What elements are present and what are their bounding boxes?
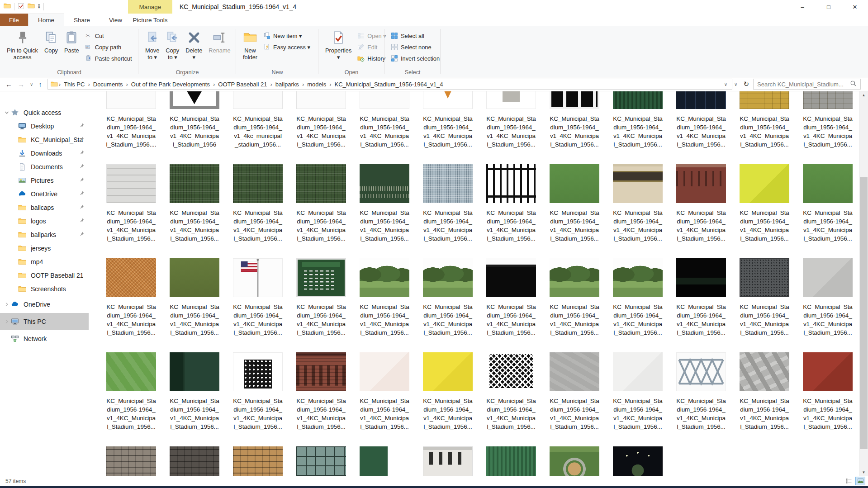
tab-file[interactable]: File <box>0 14 28 26</box>
file-thumbnail[interactable] <box>296 258 346 297</box>
file-thumbnail[interactable] <box>106 352 156 391</box>
edit-button[interactable]: Edit <box>357 42 386 52</box>
file-item[interactable]: KC_Municipal_Stadium_1956-1964_v1_4KC_Mu… <box>353 164 416 243</box>
tab-picture-tools[interactable]: Picture Tools <box>128 14 172 26</box>
forward-icon[interactable]: → <box>18 81 24 88</box>
file-thumbnail[interactable] <box>233 258 283 297</box>
file-thumbnail[interactable] <box>486 446 536 476</box>
folder-icon[interactable] <box>28 2 35 11</box>
file-item[interactable]: KC_Municipal_Stadium_1956-1964_v1_4KC_Mu… <box>606 91 669 149</box>
file-item[interactable]: KC_Municipal_Stadium_1956-1964_v1_4KC_Mu… <box>163 258 226 337</box>
file-item[interactable]: KC_Municipal_Stadium_1956-1964_v1_4KC_Mu… <box>289 258 353 337</box>
up-icon[interactable]: ↑ <box>38 81 42 88</box>
history-button[interactable]: History <box>357 53 386 63</box>
file-item[interactable]: KC_Municipal_Stadium_1956-1964_v1_4KC_Mu… <box>733 352 796 431</box>
sidebar-item-ootp-baseball-21[interactable]: OOTP Baseball 21 <box>0 269 89 282</box>
check-icon[interactable] <box>18 3 24 11</box>
file-thumbnail[interactable] <box>296 91 346 109</box>
file-thumbnail[interactable] <box>486 352 536 391</box>
file-item[interactable]: KC_Municipal_Stadium_1956-1964_v1_4KC_Mu… <box>226 258 289 337</box>
file-item[interactable]: KC_Municipal_Stadium_1956-1964_v1_4KC_Mu… <box>226 352 289 431</box>
file-item[interactable]: KC_Municipal_Stadium_1956-1964_v1_4KC_Mu… <box>669 91 733 149</box>
file-thumbnail[interactable] <box>740 91 789 109</box>
file-thumbnail[interactable] <box>106 91 156 109</box>
file-thumbnail[interactable] <box>360 352 409 391</box>
maximize-button[interactable]: □ <box>816 0 842 14</box>
file-item[interactable]: KC_Municipal_Stadium_1956-1964_v1_4KC_Mu… <box>543 446 606 476</box>
minimize-button[interactable]: – <box>789 0 816 14</box>
file-item[interactable]: KC_Municipal_Stadium_1956-1964_v1_4KC_Mu… <box>479 164 543 243</box>
breadcrumb-item[interactable]: This PC <box>61 81 88 88</box>
file-thumbnail[interactable] <box>233 352 283 391</box>
file-thumbnail[interactable] <box>803 258 853 297</box>
cut-button[interactable]: ✂ Cut <box>85 31 132 41</box>
easy-access-button[interactable]: Easy access ▾ <box>263 42 310 52</box>
select-all-button[interactable]: Select all <box>391 31 440 41</box>
file-item[interactable]: KC_Municipal_Stadium_1956-1964_v1_4KC_Mu… <box>353 91 416 149</box>
file-thumbnail[interactable] <box>613 91 663 109</box>
file-thumbnail[interactable] <box>740 258 789 297</box>
file-item[interactable]: KC_Municipal_Stadium_1956-1964_v1_4KC_Mu… <box>543 91 606 149</box>
file-item[interactable]: KC_Municipal_Stadium_1956-1964_v1_4KC_Mu… <box>543 352 606 431</box>
file-item[interactable]: KC_Municipal_Stadium_1956-1964_v1_4KC_Mu… <box>796 91 859 149</box>
file-item[interactable]: KC_Municipal_Stadium_1956-1964_v1_4KC_Mu… <box>479 91 543 149</box>
file-thumbnail[interactable] <box>613 352 663 391</box>
file-thumbnail[interactable] <box>803 91 853 109</box>
file-thumbnail[interactable] <box>360 91 409 109</box>
file-thumbnail[interactable] <box>803 164 853 203</box>
sidebar-item-screenshots[interactable]: Screenshots <box>0 282 89 296</box>
pin-button[interactable]: Pin to Quickaccess <box>4 28 41 67</box>
file-item[interactable]: KC_Municipal_Stadium_1956-1964_v1_4KC_Mu… <box>606 164 669 243</box>
file-thumbnail[interactable] <box>360 446 409 476</box>
file-item[interactable]: KC_Municipal_Stadium_1956-1964_v1_4KC_Mu… <box>669 258 733 337</box>
file-item[interactable]: KC_Municipal_Stadium_1956-1964_v1_4KC_Mu… <box>543 164 606 243</box>
paste-shortcut-button[interactable]: Paste shortcut <box>85 53 132 63</box>
breadcrumb-item[interactable]: OOTP Baseball 21 <box>215 81 270 88</box>
file-item[interactable]: KC_Municipal_Stadium_1956-1964_v1_4KC_Mu… <box>289 446 353 476</box>
file-thumbnail[interactable] <box>106 164 156 203</box>
file-item[interactable]: KC_Municipal_Stadium_1956-1964_v1_4KC_Mu… <box>416 164 479 243</box>
copy-to-button[interactable]: Copyto ▾ <box>162 28 182 67</box>
address-dropdown-icon[interactable]: ∨ <box>732 82 739 87</box>
file-thumbnail[interactable] <box>233 91 283 109</box>
file-thumbnail[interactable] <box>550 164 599 203</box>
close-button[interactable]: ✕ <box>842 0 868 14</box>
sidebar-item-kc-municipal-sta[interactable]: KC_Municipal_Sta <box>0 133 89 147</box>
file-item[interactable]: KC_Municipal_Stadium_1956-1964_v1_4KC_Mu… <box>100 446 163 476</box>
expand-chevron-icon[interactable] <box>3 318 11 325</box>
file-thumbnail[interactable] <box>613 446 663 476</box>
file-item[interactable]: KC_Municipal_Stadium_1956-1964_v1_4KC_Mu… <box>606 352 669 431</box>
refresh-icon[interactable]: ↻ <box>739 80 753 88</box>
file-item[interactable]: KC_Municipal_Stadium_1956-1964_v1_4KC_Mu… <box>669 352 733 431</box>
folder-icon[interactable] <box>4 2 11 11</box>
sidebar-item-desktop[interactable]: Desktop <box>0 119 89 133</box>
expand-chevron-icon[interactable] <box>3 301 11 308</box>
file-thumbnail[interactable] <box>423 446 473 476</box>
search-input[interactable]: Search KC_Municipal_Stadium... <box>753 79 861 90</box>
file-item[interactable]: KC_Municipal_Stadium_1956-1964_v1_4KC_Mu… <box>416 352 479 431</box>
back-icon[interactable]: ← <box>5 81 12 88</box>
breadcrumb-item[interactable]: ballparks <box>272 81 302 88</box>
file-thumbnail[interactable] <box>106 446 156 476</box>
breadcrumb[interactable]: ›This PC›Documents›Out of the Park Devel… <box>47 79 732 90</box>
file-thumbnail[interactable] <box>296 352 346 391</box>
breadcrumb-item[interactable]: Documents <box>90 81 126 88</box>
file-thumbnail[interactable] <box>676 258 726 297</box>
rename-button[interactable]: Rename <box>205 28 233 67</box>
tab-share[interactable]: Share <box>64 14 100 26</box>
file-item[interactable]: KC_Municipal_Stadium_1956-1964_v1_4KC_Mu… <box>100 164 163 243</box>
file-item[interactable]: KC_Municipal_Stadium_1956-1964_v1_4KC_Mu… <box>289 164 353 243</box>
file-thumbnail[interactable] <box>740 164 789 203</box>
file-thumbnail[interactable] <box>423 258 473 297</box>
file-item[interactable]: KC_Municipal_Stadium_1956-1964_v1_4KC_Mu… <box>606 446 669 476</box>
file-item[interactable]: KC_Municipal_Stadium_1956-1964_v1_4KC_Mu… <box>100 91 163 149</box>
file-item[interactable]: KC_Municipal_Stadium_1956-1964_v1_4KC_Mu… <box>606 258 669 337</box>
file-thumbnail[interactable] <box>613 258 663 297</box>
vertical-scrollbar[interactable]: ▲ ▼ <box>859 91 868 476</box>
breadcrumb-item[interactable]: KC_Municipal_Stadium_1956-1964_v1_4 <box>331 81 446 88</box>
file-item[interactable]: KC_Municipal_Stadium_1956-1964_v1_4KC_Mu… <box>733 91 796 149</box>
file-item[interactable]: KC_Municipal_Stadium_1956-1964_v1_4KC_Mu… <box>416 91 479 149</box>
sidebar-item-network[interactable]: Network <box>0 330 89 347</box>
properties-button[interactable]: Properties▾ <box>322 28 355 67</box>
file-thumbnail[interactable] <box>550 258 599 297</box>
